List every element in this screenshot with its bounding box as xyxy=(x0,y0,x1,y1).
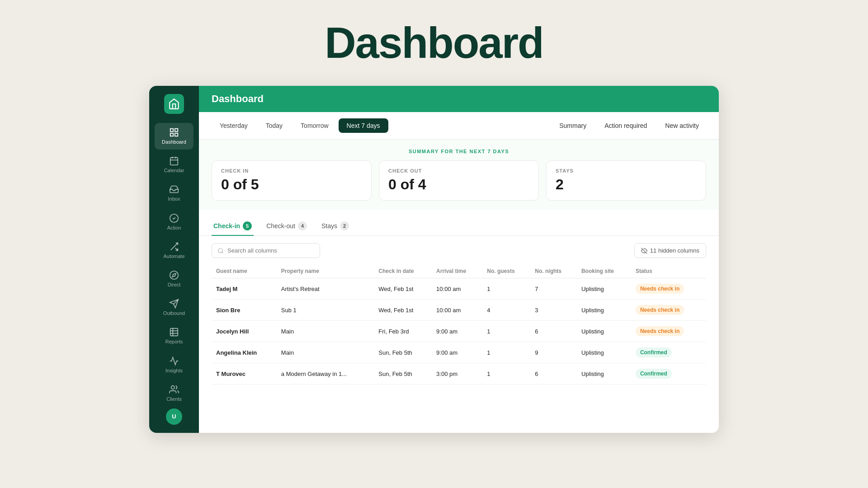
stays-title: STAYS xyxy=(556,168,697,174)
status-badge: Needs check in xyxy=(636,284,684,294)
cell-check-in-date: Wed, Feb 1st xyxy=(374,300,432,321)
cell-check-in-date: Fri, Feb 3rd xyxy=(374,321,432,342)
status-badge: Needs check in xyxy=(636,305,684,315)
svg-rect-1 xyxy=(175,129,178,131)
table-row: Angelina Klein Main Sun, Feb 5th 9:00 am… xyxy=(212,342,706,363)
cell-status: Needs check in xyxy=(631,300,706,321)
svg-rect-4 xyxy=(170,158,178,165)
user-avatar[interactable]: U xyxy=(166,408,182,425)
check-in-title: CHECK IN xyxy=(221,168,362,174)
tab-check-in-label: Check-in xyxy=(213,222,240,230)
action-required-button[interactable]: Action required xyxy=(597,118,654,133)
check-in-value: 0 of 5 xyxy=(221,176,362,193)
cell-arrival-time: 10:00 am xyxy=(432,300,482,321)
cell-booking-site: Uplisting xyxy=(577,300,631,321)
cell-booking-site: Uplisting xyxy=(577,278,631,300)
cell-booking-site: Uplisting xyxy=(577,342,631,363)
nav-tab-tomorrow[interactable]: Tomorrow xyxy=(292,118,336,133)
nav-tab-next7days[interactable]: Next 7 days xyxy=(339,118,388,133)
svg-point-20 xyxy=(218,248,222,252)
nav-tab-yesterday[interactable]: Yesterday xyxy=(212,118,256,133)
app-container: Dashboard Calendar Inbox Action xyxy=(149,86,719,433)
sidebar-automate-label: Automate xyxy=(163,253,184,259)
sidebar-direct-label: Direct xyxy=(168,282,181,288)
col-header-status: Status xyxy=(631,264,706,278)
svg-rect-15 xyxy=(170,328,178,336)
tab-stays-label: Stays xyxy=(321,222,337,230)
cell-check-in-date: Sun, Feb 5th xyxy=(374,342,432,363)
col-header-no-nights: No. nights xyxy=(530,264,577,278)
table-toolbar: 11 hidden columns xyxy=(212,243,706,258)
cell-status: Needs check in xyxy=(631,278,706,300)
cell-arrival-time: 10:00 am xyxy=(432,278,482,300)
cell-property-name: Sub 1 xyxy=(277,300,374,321)
svg-point-19 xyxy=(171,385,175,389)
cell-guest-name: T Murovec xyxy=(212,363,277,385)
summary-card-stays: STAYS 2 xyxy=(546,160,706,201)
sidebar-calendar-label: Calendar xyxy=(164,168,184,174)
nav-tabs-row: Yesterday Today Tomorrow Next 7 days Sum… xyxy=(199,112,719,140)
svg-rect-0 xyxy=(170,129,173,131)
cell-no-guests: 4 xyxy=(482,300,530,321)
sidebar-item-clients[interactable]: Clients xyxy=(155,380,193,407)
col-header-no-guests: No. guests xyxy=(482,264,530,278)
app-logo[interactable] xyxy=(164,94,184,114)
table-section: 11 hidden columns Guest name Property na… xyxy=(199,236,719,433)
sidebar-item-direct[interactable]: Direct xyxy=(155,266,193,292)
cell-guest-name: Sion Bre xyxy=(212,300,277,321)
cell-check-in-date: Wed, Feb 1st xyxy=(374,278,432,300)
search-input[interactable] xyxy=(227,247,314,254)
sidebar-item-insights[interactable]: Insights xyxy=(155,352,193,378)
status-badge: Confirmed xyxy=(636,369,672,379)
tab-check-in[interactable]: Check-in 5 xyxy=(212,217,254,236)
new-activity-button[interactable]: New activity xyxy=(658,118,706,133)
tab-stays[interactable]: Stays 2 xyxy=(320,217,351,236)
sidebar-dashboard-label: Dashboard xyxy=(162,139,186,145)
col-header-property-name: Property name xyxy=(277,264,374,278)
sidebar-item-calendar[interactable]: Calendar xyxy=(155,151,193,178)
sidebar-item-action[interactable]: Action xyxy=(155,209,193,235)
sidebar-reports-label: Reports xyxy=(165,339,183,345)
content-tabs-section: Check-in 5 Check-out 4 Stays 2 xyxy=(199,210,719,236)
sidebar-outbound-label: Outbound xyxy=(163,310,185,316)
cell-property-name: Artist's Retreat xyxy=(277,278,374,300)
nav-tab-today[interactable]: Today xyxy=(258,118,291,133)
cell-booking-site: Uplisting xyxy=(577,363,631,385)
cell-status: Confirmed xyxy=(631,363,706,385)
eye-off-icon xyxy=(641,248,647,254)
hidden-columns-button[interactable]: 11 hidden columns xyxy=(634,243,706,258)
cell-guest-name: Jocelyn Hill xyxy=(212,321,277,342)
cell-guest-name: Tadej M xyxy=(212,278,277,300)
sidebar-item-dashboard[interactable]: Dashboard xyxy=(155,123,193,150)
col-header-check-in-date: Check in date xyxy=(374,264,432,278)
summary-button[interactable]: Summary xyxy=(552,118,594,133)
sidebar-item-reports[interactable]: Reports xyxy=(155,323,193,349)
sidebar-item-automate[interactable]: Automate xyxy=(155,237,193,264)
summary-label: SUMMARY FOR THE NEXT 7 DAYS xyxy=(212,149,706,154)
tab-check-out[interactable]: Check-out 4 xyxy=(264,217,309,236)
search-box[interactable] xyxy=(212,243,320,258)
main-content: Dashboard Yesterday Today Tomorrow Next … xyxy=(199,86,719,433)
cell-arrival-time: 9:00 am xyxy=(432,321,482,342)
sidebar-item-inbox[interactable]: Inbox xyxy=(155,180,193,206)
cell-no-nights: 6 xyxy=(530,321,577,342)
cell-no-nights: 6 xyxy=(530,363,577,385)
table-row: Jocelyn Hill Main Fri, Feb 3rd 9:00 am 1… xyxy=(212,321,706,342)
hidden-columns-label: 11 hidden columns xyxy=(650,247,699,254)
summary-cards: CHECK IN 0 of 5 CHECK OUT 0 of 4 STAYS 2 xyxy=(212,160,706,201)
cell-no-guests: 1 xyxy=(482,278,530,300)
sidebar: Dashboard Calendar Inbox Action xyxy=(149,86,199,433)
content-tabs-list: Check-in 5 Check-out 4 Stays 2 xyxy=(212,217,706,235)
sidebar-insights-label: Insights xyxy=(165,368,183,374)
col-header-booking-site: Booking site xyxy=(577,264,631,278)
cell-arrival-time: 3:00 pm xyxy=(432,363,482,385)
col-header-arrival-time: Arrival time xyxy=(432,264,482,278)
sidebar-inbox-label: Inbox xyxy=(168,196,180,202)
guests-table: Guest name Property name Check in date A… xyxy=(212,264,706,385)
table-row: Tadej M Artist's Retreat Wed, Feb 1st 10… xyxy=(212,278,706,300)
check-out-value: 0 of 4 xyxy=(388,176,529,193)
summary-card-check-out: CHECK OUT 0 of 4 xyxy=(379,160,539,201)
header-title: Dashboard xyxy=(212,93,264,105)
cell-property-name: a Modern Getaway in 1... xyxy=(277,363,374,385)
sidebar-item-outbound[interactable]: Outbound xyxy=(155,294,193,321)
